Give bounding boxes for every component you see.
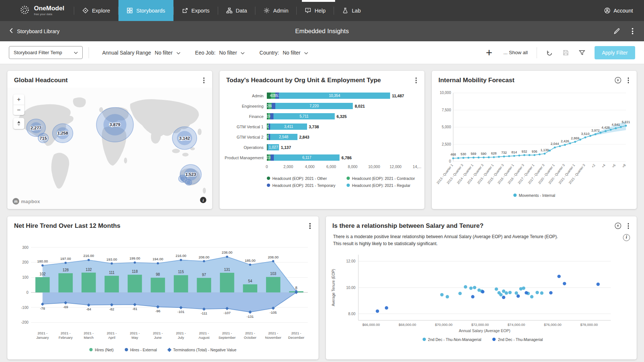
svg-text:3,879: 3,879: [110, 123, 120, 127]
svg-text:732: 732: [501, 151, 507, 154]
svg-text:12.00: 12.00: [346, 259, 355, 263]
edit-pencil-icon[interactable]: [613, 28, 620, 35]
info-icon[interactable]: i: [623, 234, 630, 241]
card-title: Is there a relationship between Salary a…: [333, 222, 484, 230]
info-icon[interactable]: i: [200, 197, 206, 203]
org-bar-row: GTM Vertical 11053,4113,738: [223, 122, 417, 132]
org-stacked-bar[interactable]: 2306,1176,786: [267, 154, 417, 161]
org-stacked-bar[interactable]: 1,0271,137: [267, 144, 417, 150]
undo-icon[interactable]: [546, 49, 553, 56]
legend-label: Hires - External: [130, 348, 157, 352]
org-stacked-bar[interactable]: 1042,5482,843: [267, 134, 417, 140]
org-chart[interactable]: Admin40535710,35411,487Engineering2887,2…: [220, 86, 424, 163]
triangle-down-icon: [17, 124, 20, 126]
org-bar-segment[interactable]: 357: [275, 93, 279, 99]
forecast-chart[interactable]: 02,5005,0007,50010,000468530569590628732…: [436, 87, 632, 193]
filter-dropdown-0[interactable]: Annual Salary RangeNo filter: [95, 50, 188, 56]
map-pitch-control[interactable]: [13, 118, 24, 129]
org-stacked-bar[interactable]: 1955,7116,325: [267, 113, 417, 119]
org-bar-segment[interactable]: 230: [268, 154, 271, 161]
svg-text:+6: +6: [611, 163, 616, 168]
zoom-in-button[interactable]: +: [13, 94, 24, 105]
legend-dot-icon: [89, 348, 93, 351]
org-bar-segment[interactable]: [271, 154, 274, 161]
zoom-out-button[interactable]: −: [13, 105, 24, 115]
org-stacked-bar[interactable]: 40535710,35411,487: [267, 93, 417, 99]
svg-text:1,139: 1,139: [540, 148, 549, 152]
org-bar-segment[interactable]: [272, 103, 276, 109]
org-bar-row: Product Management2306,1176,786: [223, 153, 417, 163]
vertical-divider: [89, 47, 89, 58]
org-bar-row: Engineering2887,2208,021: [223, 101, 417, 111]
nav-item-admin[interactable]: Admin: [255, 0, 296, 21]
nav-item-help[interactable]: ?Help: [297, 0, 334, 21]
org-bar-segment[interactable]: 10,354: [279, 93, 390, 99]
account-menu[interactable]: Account: [593, 0, 644, 21]
org-bar-segment[interactable]: 288: [268, 103, 271, 109]
scatter-legend: 2nd Dec - Thu-Non-Managerial2nd Dec - Th…: [329, 337, 637, 342]
filter-dropdown-1[interactable]: Eeo Job:No filter: [188, 50, 252, 56]
svg-text:10,000: 10,000: [440, 91, 451, 95]
svg-text:216.00: 216.00: [83, 254, 94, 258]
org-bar-segment[interactable]: 1,027: [268, 144, 279, 150]
nav-item-data[interactable]: Data: [218, 0, 255, 21]
org-stacked-bar[interactable]: 2887,2208,021: [267, 103, 417, 109]
insight-lightning-icon[interactable]: [614, 222, 621, 229]
scatter-chart[interactable]: 8.0010.0012.00$66,000.00$68,000.00$70,00…: [329, 251, 637, 337]
kebab-menu-icon[interactable]: [414, 76, 418, 84]
org-category-label: Admin: [223, 94, 267, 98]
filter-dropdown-2[interactable]: Country:No filter: [252, 50, 316, 56]
svg-text:2021 -: 2021 -: [130, 331, 140, 335]
kebab-menu-icon[interactable]: [627, 76, 630, 84]
net-hires-bar: [82, 272, 96, 292]
legend-dot-icon: [267, 184, 270, 187]
back-to-library-link[interactable]: Storyboard Library: [10, 28, 59, 34]
nav-item-exports[interactable]: Exports: [174, 0, 218, 21]
org-bar-segment[interactable]: 2,548: [270, 134, 297, 140]
svg-text:$68,000.00: $68,000.00: [399, 323, 416, 327]
org-stacked-bar[interactable]: 1053,4113,738: [267, 123, 417, 130]
org-bar-segment[interactable]: 7,220: [275, 103, 353, 109]
svg-text:-84: -84: [86, 307, 91, 311]
explore-icon: [82, 7, 89, 14]
legend-label: Headcount (EOP): 2021 - Temporary: [272, 183, 335, 188]
show-all-link[interactable]: ... Show all: [503, 50, 528, 55]
insight-lightning-icon[interactable]: [614, 77, 621, 84]
kebab-menu-icon[interactable]: [627, 222, 630, 230]
svg-text:March: March: [84, 335, 93, 340]
kebab-menu-icon[interactable]: [202, 76, 206, 84]
legend-item: 2nd Dec - Thu-Managerial: [492, 337, 543, 342]
nethire-chart[interactable]: 3002001000-100-2001021281321111189811597…: [14, 235, 312, 345]
svg-text:2021 -: 2021 -: [291, 331, 301, 335]
forecast-legend: Movements - Internal: [436, 193, 632, 198]
storyboard-filter-template-select[interactable]: Storyboard Filter Temp: [9, 46, 83, 59]
org-total-label: 3,738: [309, 125, 319, 129]
page-title: Embedded Insights: [295, 28, 349, 35]
legend-item: Headcount (EOP): 2021 - Regular: [347, 183, 415, 188]
kebab-menu-icon[interactable]: [308, 222, 312, 230]
nav-item-storyboards[interactable]: Storyboards: [118, 0, 173, 21]
card-salary-tenure-relationship: Is there a relationship between Salary a…: [326, 216, 637, 359]
filter-bar: Storyboard Filter Temp Annual Salary Ran…: [0, 41, 644, 64]
nav-item-explore[interactable]: Explore: [74, 0, 118, 21]
svg-text:$74,000.00: $74,000.00: [507, 323, 525, 327]
kebab-menu-icon[interactable]: [631, 27, 634, 35]
nav-item-label: Lab: [352, 8, 361, 14]
org-bar-segment[interactable]: 3,411: [270, 123, 307, 130]
org-bar-segment[interactable]: [270, 113, 273, 119]
org-category-label: GTM Vertical 2: [223, 135, 267, 139]
card-internal-mobility-forecast: Internal Mobility Forecast 02,5005,0007,…: [432, 71, 637, 209]
org-bar-row: Admin40535710,35411,487: [223, 91, 417, 101]
org-bar-segment[interactable]: 5,711: [273, 113, 335, 119]
svg-text:$70,000.00: $70,000.00: [435, 323, 452, 327]
add-filter-button[interactable]: +: [483, 48, 495, 57]
onemodel-logo[interactable]: OneModel free your data: [0, 0, 74, 21]
svg-text:238.00: 238.00: [222, 250, 233, 254]
filter-funnel-icon[interactable]: [578, 49, 586, 56]
save-icon[interactable]: [562, 49, 569, 56]
org-bar-segment[interactable]: 6,117: [274, 154, 340, 161]
world-map[interactable]: 2,2777151,2583,8793,1421,523 + − m mapbo…: [7, 88, 212, 209]
nav-item-lab[interactable]: Lab: [334, 0, 369, 21]
mapbox-attribution[interactable]: m mapbox: [13, 198, 40, 205]
apply-filter-button[interactable]: Apply Filter: [595, 46, 635, 59]
